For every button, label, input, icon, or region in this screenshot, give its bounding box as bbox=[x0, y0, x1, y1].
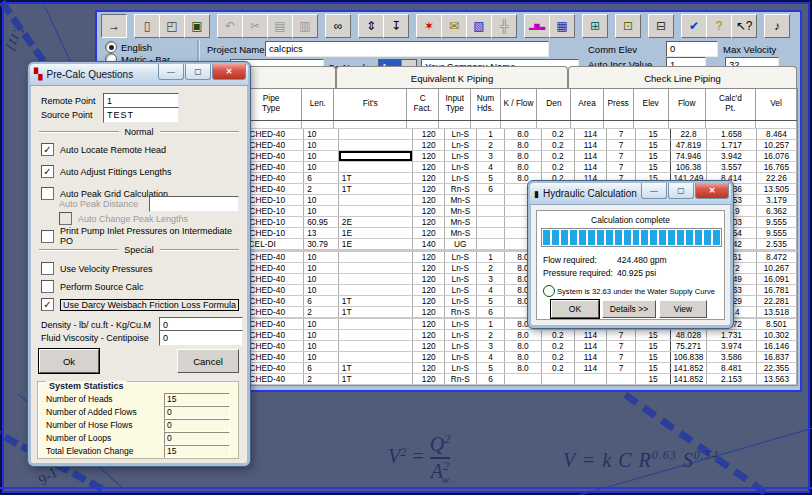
table-cell[interactable]: 10 bbox=[304, 274, 339, 284]
table-cell[interactable]: 120 bbox=[413, 307, 445, 317]
table-cell[interactable]: 1T bbox=[339, 173, 414, 183]
table-cell[interactable]: 6 bbox=[304, 363, 339, 373]
table-cell[interactable]: Ln-S bbox=[445, 162, 477, 172]
table-cell[interactable]: 15 bbox=[636, 151, 670, 161]
table-cell[interactable]: 7 bbox=[607, 330, 637, 340]
table-cell[interactable]: 1 bbox=[477, 319, 506, 329]
table-cell[interactable]: 2 bbox=[477, 263, 506, 273]
table-cell[interactable] bbox=[339, 341, 414, 351]
table-cell[interactable]: Ln-S bbox=[445, 129, 477, 139]
table-cell[interactable]: 10 bbox=[304, 195, 339, 205]
table-cell[interactable]: 10 bbox=[304, 341, 339, 351]
table-cell[interactable]: 3 bbox=[477, 274, 506, 284]
table-cell[interactable]: 0.2 bbox=[542, 330, 575, 340]
table-cell[interactable]: 8.0 bbox=[505, 151, 541, 161]
table-cell[interactable]: 2.153 bbox=[707, 374, 757, 384]
grid-view-button[interactable]: ▦ bbox=[549, 14, 575, 38]
table-cell[interactable]: 8.0 bbox=[505, 330, 541, 340]
table-cell[interactable]: 1E bbox=[339, 239, 414, 249]
table-cell[interactable]: Ln-S bbox=[445, 274, 477, 284]
new-file-button[interactable]: ▯ bbox=[134, 14, 160, 38]
table-cell[interactable]: 10 bbox=[304, 285, 339, 295]
table-cell[interactable]: 15 bbox=[636, 352, 670, 362]
table-cell[interactable]: 9.555 bbox=[757, 228, 797, 238]
table-cell[interactable]: 120 bbox=[413, 374, 445, 384]
table-cell[interactable]: 120 bbox=[413, 140, 445, 150]
table-cell[interactable] bbox=[339, 129, 414, 139]
mail-edit-button[interactable]: ✉ bbox=[441, 14, 467, 38]
table-cell[interactable]: SCHED-40 bbox=[241, 129, 304, 139]
table-cell[interactable]: 15 bbox=[636, 330, 670, 340]
table-cell[interactable]: 10 bbox=[304, 263, 339, 273]
table-cell[interactable]: 141.852 bbox=[670, 363, 707, 373]
table-cell[interactable]: SCHED-40 bbox=[241, 173, 304, 183]
table-cell[interactable]: 1.717 bbox=[707, 140, 757, 150]
table-cell[interactable]: 8.481 bbox=[707, 363, 757, 373]
table-cell[interactable]: 75.271 bbox=[670, 341, 707, 351]
table-cell[interactable]: 15 bbox=[636, 341, 670, 351]
table-cell[interactable] bbox=[477, 239, 506, 249]
table-cell[interactable]: Mn-S bbox=[445, 195, 477, 205]
table-cell[interactable]: 2E bbox=[339, 217, 414, 227]
table-cell[interactable]: 7 bbox=[607, 151, 637, 161]
save-file-button[interactable]: ▣ bbox=[184, 14, 210, 38]
table-cell[interactable]: 15 bbox=[636, 363, 670, 373]
table-cell[interactable]: 16.146 bbox=[757, 341, 797, 351]
table-cell[interactable]: 9.555 bbox=[757, 217, 797, 227]
table-cell[interactable]: 120 bbox=[413, 129, 445, 139]
table-cell[interactable]: 74.946 bbox=[670, 151, 707, 161]
table-cell[interactable]: Ln-S bbox=[445, 319, 477, 329]
table-cell[interactable]: 7 bbox=[607, 341, 637, 351]
table-cell[interactable]: SCHED-40 bbox=[241, 363, 304, 373]
table-cell[interactable]: Ln-S bbox=[445, 140, 477, 150]
table-cell[interactable]: 1 bbox=[477, 252, 506, 262]
table-cell[interactable]: SCHED-40 bbox=[241, 341, 304, 351]
table-cell[interactable]: Ln-S bbox=[445, 330, 477, 340]
table-cell[interactable]: 10.257 bbox=[757, 140, 797, 150]
table-cell[interactable]: SCHED-40 bbox=[241, 263, 304, 273]
table-cell[interactable]: 22.26 bbox=[757, 173, 797, 183]
table-cell[interactable]: 10 bbox=[304, 129, 339, 139]
cancel-button[interactable]: Cancel bbox=[177, 349, 239, 373]
table-cell[interactable]: 120 bbox=[413, 263, 445, 273]
table-cell[interactable] bbox=[339, 252, 414, 262]
table-cell[interactable]: 120 bbox=[413, 195, 445, 205]
table-cell[interactable] bbox=[339, 352, 414, 362]
auto-adjust-fittings-lengths-checkbox[interactable]: ✓Auto Adjust Fittings Lengths bbox=[41, 165, 239, 178]
table-cell[interactable]: 16.076 bbox=[757, 151, 797, 161]
table-cell[interactable]: 8.501 bbox=[757, 319, 797, 329]
table-cell[interactable]: 60.95 bbox=[304, 217, 339, 227]
table-cell[interactable]: 2 bbox=[477, 140, 506, 150]
table-cell[interactable]: 1E bbox=[339, 228, 414, 238]
table-cell[interactable]: 15 bbox=[636, 374, 670, 384]
table-cell[interactable]: SCHED-40 bbox=[241, 151, 304, 161]
sprinkler-pin-button[interactable]: ✶ bbox=[416, 14, 442, 38]
table-cell[interactable]: 8.464 bbox=[757, 129, 797, 139]
table-cell[interactable]: 114 bbox=[575, 162, 607, 172]
source-point-input[interactable]: TEST bbox=[103, 107, 179, 123]
table-cell[interactable]: 13.505 bbox=[757, 184, 797, 194]
table-cell[interactable]: 0.2 bbox=[542, 352, 575, 362]
table-cell[interactable]: 22.355 bbox=[757, 363, 797, 373]
table-cell[interactable]: 1T bbox=[339, 296, 414, 306]
table-cell[interactable] bbox=[339, 274, 414, 284]
table-cell[interactable]: 120 bbox=[413, 274, 445, 284]
table-cell[interactable]: 4 bbox=[477, 285, 506, 295]
table-cell[interactable]: 120 bbox=[413, 217, 445, 227]
table-cell[interactable] bbox=[505, 374, 541, 384]
table-cell[interactable]: 1 bbox=[477, 129, 506, 139]
table-cell[interactable]: 106.838 bbox=[670, 352, 707, 362]
table-cell[interactable] bbox=[477, 217, 506, 227]
table-cell[interactable]: 48.028 bbox=[670, 330, 707, 340]
units-radio-english[interactable]: English bbox=[105, 41, 152, 53]
table-cell[interactable]: Ln-S bbox=[445, 173, 477, 183]
table-cell[interactable]: 140 bbox=[413, 239, 445, 249]
table-cell[interactable]: SCHED-40 bbox=[241, 140, 304, 150]
table-cell[interactable]: 1T bbox=[339, 363, 414, 373]
table-cell[interactable]: 10 bbox=[304, 330, 339, 340]
table-cell[interactable]: SCHED-40 bbox=[241, 374, 304, 384]
comm-elev-input[interactable]: 0 bbox=[666, 41, 718, 57]
table-cell[interactable] bbox=[477, 195, 506, 205]
table-cell[interactable]: Mn-S bbox=[445, 206, 477, 216]
table-cell[interactable] bbox=[477, 206, 506, 216]
